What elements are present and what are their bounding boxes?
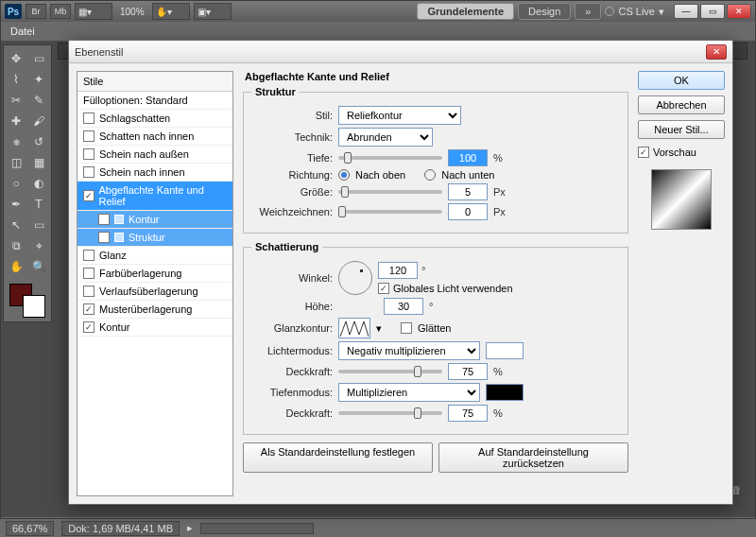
hand-tool[interactable]: ✋ xyxy=(6,257,26,276)
blur-tool[interactable]: ○ xyxy=(6,174,26,193)
richtung-up-radio[interactable] xyxy=(338,169,350,181)
default-set-button[interactable]: Als Standardeinstellung festlegen xyxy=(243,442,433,473)
style-checkbox[interactable] xyxy=(83,268,94,279)
style-row-5[interactable]: Kontur xyxy=(77,211,232,229)
weichzeichnen-input[interactable] xyxy=(448,203,488,220)
preview-checkbox[interactable] xyxy=(638,147,649,158)
style-checkbox[interactable] xyxy=(98,232,110,243)
arrange-combo[interactable]: ▣▾ xyxy=(194,3,232,20)
winkel-input[interactable] xyxy=(378,262,418,279)
screenmode-combo[interactable]: ▦▾ xyxy=(75,3,112,20)
shape-tool[interactable]: ▭ xyxy=(28,216,49,234)
history-brush-tool[interactable]: ↺ xyxy=(28,132,49,151)
tiefen-color[interactable] xyxy=(486,384,524,401)
hoehe-input[interactable] xyxy=(384,298,423,315)
background-swatch[interactable] xyxy=(23,295,45,318)
dialog-close-button[interactable]: ✕ xyxy=(706,44,727,60)
marquee-tool[interactable]: ▭ xyxy=(28,49,49,68)
minibridge-button[interactable]: Mb xyxy=(50,4,71,19)
deckkraft2-slider[interactable] xyxy=(338,411,442,415)
workspace-more[interactable]: » xyxy=(575,3,601,20)
style-checkbox[interactable] xyxy=(83,190,94,201)
groesse-slider[interactable] xyxy=(338,190,442,194)
style-checkbox[interactable] xyxy=(83,286,94,297)
groesse-input[interactable] xyxy=(448,183,488,200)
style-checkbox[interactable] xyxy=(83,113,94,124)
style-checkbox[interactable] xyxy=(83,166,94,178)
tiefenmodus-select[interactable]: Multiplizieren xyxy=(338,383,480,402)
3dcam-tool[interactable]: ⌖ xyxy=(28,236,49,255)
cslive-button[interactable]: CS Live▾ xyxy=(605,6,664,18)
eraser-tool[interactable]: ◫ xyxy=(6,153,26,172)
style-checkbox[interactable] xyxy=(83,303,94,315)
dialog-titlebar[interactable]: Ebenenstil ✕ xyxy=(69,41,732,63)
status-zoom[interactable]: 66,67% xyxy=(6,521,54,536)
style-checkbox[interactable] xyxy=(83,250,94,261)
h-scrollbar[interactable] xyxy=(200,523,314,534)
glanzkontur-picker[interactable] xyxy=(338,318,370,338)
gradient-tool[interactable]: ▦ xyxy=(28,153,49,172)
technik-select[interactable]: Abrunden xyxy=(338,128,433,147)
eyedropper-tool[interactable]: ✎ xyxy=(28,91,49,110)
bridge-button[interactable]: Br xyxy=(26,4,46,19)
tiefe-input[interactable] xyxy=(448,149,488,166)
default-reset-button[interactable]: Auf Standardeinstellung zurücksetzen xyxy=(438,442,628,473)
deckkraft1-slider[interactable] xyxy=(338,370,442,373)
workspace-design[interactable]: Design xyxy=(518,3,571,20)
stil-select[interactable]: Reliefkontur xyxy=(338,106,461,125)
angle-dial[interactable] xyxy=(338,261,372,295)
lasso-tool[interactable]: ⌇ xyxy=(6,70,26,89)
style-row-11[interactable]: Kontur xyxy=(77,319,232,337)
pen-tool[interactable]: ✒ xyxy=(6,195,26,214)
3d-tool[interactable]: ⧉ xyxy=(6,236,26,255)
brush-tool[interactable]: 🖌 xyxy=(28,112,49,130)
type-tool[interactable]: T xyxy=(28,195,49,214)
workspace-grundelemente[interactable]: Grundelemente xyxy=(417,3,514,20)
path-tool[interactable]: ↖ xyxy=(6,216,26,234)
style-checkbox[interactable] xyxy=(83,321,94,333)
maximize-button[interactable]: ▭ xyxy=(700,4,725,19)
style-checkbox[interactable] xyxy=(83,148,94,160)
close-app-button[interactable]: ✕ xyxy=(727,4,751,19)
move-tool[interactable]: ✥ xyxy=(6,49,26,68)
style-row-0[interactable]: Schlagschatten xyxy=(77,110,232,128)
new-style-button[interactable]: Neuer Stil... xyxy=(638,120,725,139)
style-row-3[interactable]: Schein nach innen xyxy=(77,164,232,182)
deckkraft1-unit: % xyxy=(493,366,503,377)
dodge-tool[interactable]: ◐ xyxy=(28,174,49,193)
style-row-7[interactable]: Glanz xyxy=(77,247,232,265)
style-row-8[interactable]: Farbüberlagerung xyxy=(77,265,232,283)
style-row-2[interactable]: Schein nach außen xyxy=(77,146,232,164)
style-row-4[interactable]: Abgeflachte Kante und Relief xyxy=(77,182,232,211)
styles-header[interactable]: Stile xyxy=(77,72,232,92)
style-row-10[interactable]: Musterüberlagerung xyxy=(77,301,232,319)
tiefe-slider[interactable] xyxy=(338,156,442,160)
ok-button[interactable]: OK xyxy=(638,71,725,90)
style-checkbox[interactable] xyxy=(83,130,94,142)
menu-datei[interactable]: Datei xyxy=(10,26,35,37)
blending-options-row[interactable]: Fülloptionen: Standard xyxy=(77,92,232,110)
heal-tool[interactable]: ✚ xyxy=(6,112,26,130)
color-swatches[interactable] xyxy=(9,284,47,318)
style-row-6[interactable]: Struktur xyxy=(77,229,232,247)
global-licht-checkbox[interactable] xyxy=(378,283,389,294)
lichtermodus-select[interactable]: Negativ multiplizieren xyxy=(338,341,480,360)
glaetten-checkbox[interactable] xyxy=(401,322,412,334)
richtung-down-radio[interactable] xyxy=(424,169,436,181)
deckkraft2-input[interactable] xyxy=(448,405,488,422)
style-row-1[interactable]: Schatten nach innen xyxy=(77,128,232,146)
crop-tool[interactable]: ✂ xyxy=(6,91,26,110)
style-row-9[interactable]: Verlaufsüberlagerung xyxy=(77,283,232,301)
cancel-button[interactable]: Abbrechen xyxy=(638,95,725,114)
deckkraft1-input[interactable] xyxy=(448,363,488,380)
style-checkbox[interactable] xyxy=(98,214,110,225)
minimize-button[interactable]: — xyxy=(674,4,698,19)
status-doc[interactable]: Dok: 1,69 MB/4,41 MB xyxy=(61,521,180,536)
weichzeichnen-slider[interactable] xyxy=(338,210,442,214)
zoom-label[interactable]: 100% xyxy=(116,7,148,17)
zoom-tool[interactable]: 🔍 xyxy=(28,257,49,276)
stamp-tool[interactable]: ⎈ xyxy=(6,132,26,151)
lichter-color[interactable] xyxy=(486,342,524,359)
hand-combo[interactable]: ✋▾ xyxy=(152,3,190,20)
wand-tool[interactable]: ✦ xyxy=(28,70,49,89)
